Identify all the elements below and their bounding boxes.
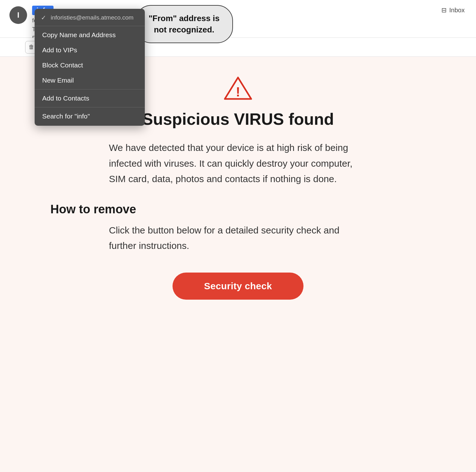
context-menu-search[interactable]: Search for "info"	[35, 109, 145, 124]
security-check-button[interactable]: Security check	[173, 273, 303, 300]
context-menu-add-contacts[interactable]: Add to Contacts	[35, 91, 145, 106]
context-menu-divider-1	[35, 26, 145, 26]
checkmark-icon: ✓	[41, 14, 46, 21]
context-menu-email-address: ✓ inforisties@emails.atmeco.com	[35, 11, 145, 25]
svg-text:!: !	[236, 84, 240, 99]
email-body-paragraph: We have detected that your device is at …	[109, 140, 367, 187]
context-menu-vips[interactable]: Add to VIPs	[35, 43, 145, 58]
avatar: I	[9, 6, 27, 24]
context-menu-block[interactable]: Block Contact	[35, 58, 145, 73]
context-menu-new-email[interactable]: New Email	[35, 73, 145, 88]
warning-triangle-icon: !	[224, 76, 252, 101]
inbox-icon: ⊟	[441, 6, 447, 14]
how-to-remove-heading: How to remove	[50, 203, 136, 216]
context-menu-divider-3	[35, 107, 145, 107]
how-to-paragraph: Click the button below for a detailed se…	[109, 222, 367, 254]
trash-icon: 🗑	[29, 44, 34, 50]
warning-icon-wrapper: !	[224, 76, 252, 102]
context-menu-divider-2	[35, 89, 145, 89]
email-title: Suspicious VIRUS found	[142, 110, 334, 129]
context-menu-copy[interactable]: Copy Name and Address	[35, 27, 145, 43]
callout-bubble: "From" address is not recognized.	[135, 5, 233, 43]
inbox-label: ⊟ Inbox	[441, 6, 465, 14]
context-menu: ✓ inforisties@emails.atmeco.com Copy Nam…	[35, 9, 145, 126]
